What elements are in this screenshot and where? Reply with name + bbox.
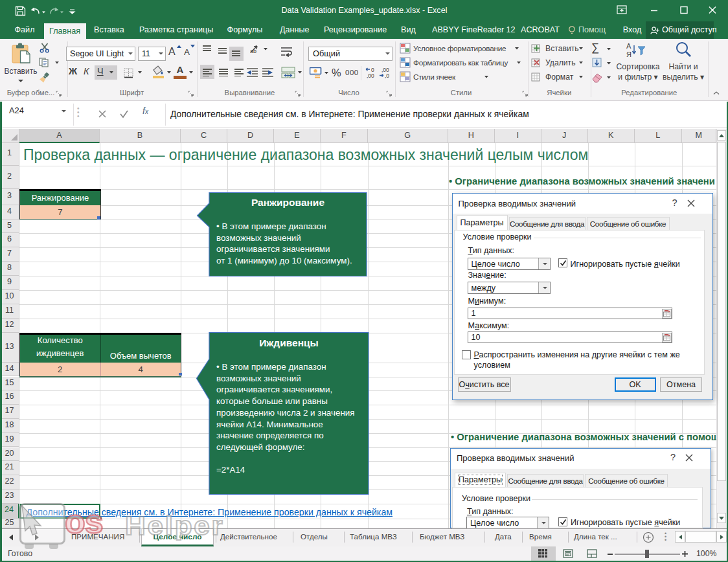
- svg-text:,00: ,00: [367, 73, 374, 79]
- svg-text:ab: ab: [250, 48, 256, 54]
- svg-text:Я: Я: [626, 51, 631, 58]
- svg-text:А: А: [626, 42, 631, 50]
- svg-text:,0: ,0: [385, 73, 389, 79]
